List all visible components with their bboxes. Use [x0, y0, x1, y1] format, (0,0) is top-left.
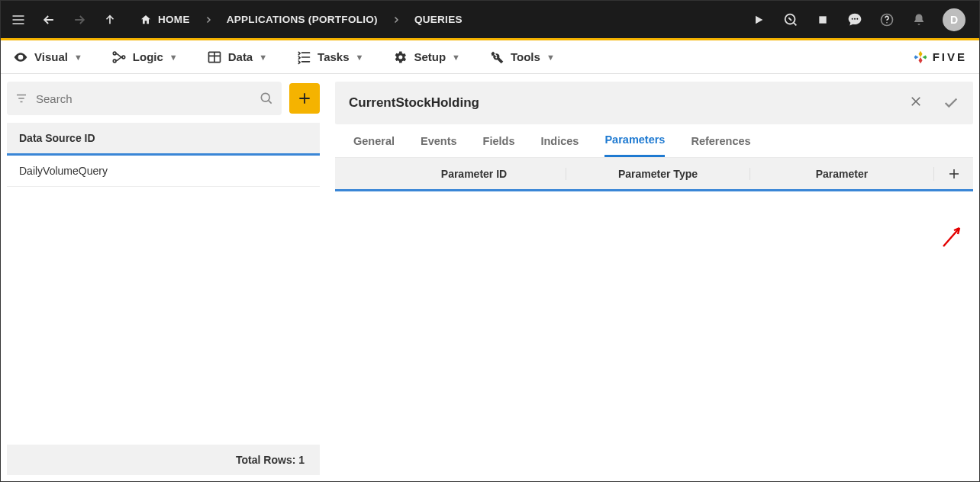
chevron-down-icon: ▼	[356, 53, 364, 62]
hamburger-icon[interactable]	[10, 11, 27, 28]
detail-title: CurrentStockHolding	[349, 95, 479, 111]
avatar[interactable]: D	[943, 8, 965, 31]
home-icon	[140, 14, 152, 26]
gear-icon	[392, 50, 408, 65]
menu-setup[interactable]: Setup ▼	[392, 50, 460, 65]
bell-icon[interactable]	[911, 11, 927, 28]
menu-visual[interactable]: Visual ▼	[13, 50, 82, 65]
debug-icon[interactable]	[782, 11, 799, 28]
menu-data[interactable]: Data ▼	[207, 50, 267, 65]
chevron-down-icon: ▼	[74, 53, 82, 62]
logic-icon	[111, 50, 127, 65]
breadcrumb: HOME APPLICATIONS (PORTFOLIO) QUERIES	[140, 14, 463, 26]
svg-rect-1	[819, 16, 826, 23]
breadcrumb-queries[interactable]: QUERIES	[414, 14, 463, 25]
chevron-down-icon: ▼	[169, 53, 178, 62]
add-button[interactable]	[289, 83, 320, 114]
search-box	[7, 82, 282, 115]
detail-header: CurrentStockHolding	[335, 82, 973, 124]
main: Data Source ID DailyVolumeQuery Total Ro…	[1, 74, 979, 481]
list-item[interactable]: DailyVolumeQuery	[7, 156, 320, 187]
svg-point-4	[856, 18, 858, 19]
svg-point-7	[19, 56, 21, 58]
breadcrumb-queries-label: QUERIES	[414, 14, 463, 25]
menu-logic[interactable]: Logic ▼	[111, 50, 178, 65]
breadcrumb-apps[interactable]: APPLICATIONS (PORTFOLIO)	[227, 14, 378, 25]
search-icon[interactable]	[259, 91, 274, 106]
tab-indices[interactable]: Indices	[540, 126, 579, 156]
brand: FIVE	[913, 50, 967, 65]
confirm-icon[interactable]	[943, 95, 959, 111]
col-parameter-id: Parameter ID	[382, 168, 566, 180]
col-parameter-type: Parameter Type	[566, 168, 750, 180]
plus-icon	[947, 167, 961, 181]
menubar: Visual ▼ Logic ▼ Data ▼ Tasks ▼ Setup ▼ …	[1, 40, 979, 74]
svg-point-6	[886, 22, 887, 23]
menu-setup-label: Setup	[414, 50, 446, 63]
plus-icon	[297, 91, 312, 106]
tab-parameters[interactable]: Parameters	[604, 124, 665, 157]
search-row	[1, 74, 326, 123]
chevron-down-icon: ▼	[259, 53, 267, 62]
col-parameter: Parameter	[750, 168, 933, 180]
tab-events[interactable]: Events	[421, 126, 457, 156]
menu-tasks[interactable]: Tasks ▼	[296, 50, 363, 65]
parameters-table-header: Parameter ID Parameter Type Parameter	[335, 158, 973, 191]
chevron-down-icon: ▼	[452, 53, 460, 62]
svg-point-10	[122, 56, 125, 59]
brand-logo-icon	[913, 50, 928, 65]
add-parameter-button[interactable]	[933, 167, 973, 181]
tab-references[interactable]: References	[691, 126, 750, 156]
menu-tools-label: Tools	[511, 50, 540, 63]
tasks-icon	[296, 50, 311, 65]
chevron-down-icon: ▼	[546, 53, 555, 62]
menu-data-label: Data	[228, 50, 253, 63]
svg-point-3	[854, 18, 856, 19]
close-icon[interactable]	[909, 95, 923, 111]
menu-tasks-label: Tasks	[318, 50, 349, 63]
topbar-left: HOME APPLICATIONS (PORTFOLIO) QUERIES	[10, 11, 463, 28]
table-icon	[207, 50, 222, 65]
left-panel: Data Source ID DailyVolumeQuery Total Ro…	[1, 74, 326, 481]
annotation-arrow	[940, 223, 965, 249]
search-input[interactable]	[36, 92, 251, 105]
brand-label: FIVE	[933, 50, 967, 63]
topbar: HOME APPLICATIONS (PORTFOLIO) QUERIES	[1, 1, 979, 40]
help-icon[interactable]	[878, 11, 895, 28]
left-column-header: Data Source ID	[7, 123, 320, 156]
chat-icon[interactable]	[846, 11, 863, 28]
breadcrumb-home-label: HOME	[158, 14, 190, 25]
tools-icon	[489, 50, 505, 65]
svg-point-2	[852, 18, 853, 19]
menu-tools[interactable]: Tools ▼	[489, 50, 555, 65]
detail-actions	[909, 95, 959, 111]
right-panel: CurrentStockHolding General Events Field…	[335, 74, 979, 481]
stop-icon[interactable]	[814, 11, 831, 28]
topbar-right: D	[750, 8, 965, 31]
chevron-right-icon	[204, 15, 213, 24]
menu-visual-label: Visual	[34, 50, 68, 63]
eye-icon	[13, 50, 28, 65]
back-icon[interactable]	[40, 11, 57, 28]
breadcrumb-apps-label: APPLICATIONS (PORTFOLIO)	[227, 14, 378, 25]
svg-point-12	[261, 93, 269, 101]
menu-logic-label: Logic	[133, 50, 163, 63]
filter-icon[interactable]	[15, 92, 28, 105]
tab-fields[interactable]: Fields	[483, 126, 515, 156]
breadcrumb-home[interactable]: HOME	[140, 14, 190, 26]
forward-icon	[71, 11, 88, 28]
avatar-letter: D	[950, 14, 958, 26]
left-footer: Total Rows: 1	[7, 445, 320, 475]
up-icon[interactable]	[102, 11, 118, 28]
play-icon[interactable]	[750, 11, 767, 28]
chevron-right-icon	[392, 15, 401, 24]
svg-point-8	[113, 52, 116, 55]
tab-general[interactable]: General	[353, 126, 395, 156]
svg-point-9	[113, 59, 116, 63]
detail-tabs: General Events Fields Indices Parameters…	[335, 124, 973, 158]
